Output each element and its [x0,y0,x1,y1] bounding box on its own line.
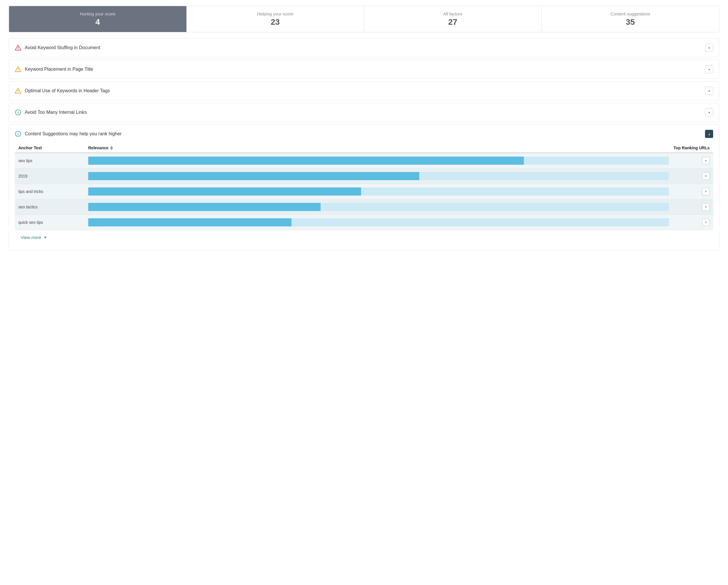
row-expand: ▾ [669,157,710,164]
factor-keyword-stuffing-label: Avoid Keyword Stuffing in Document [25,45,100,50]
suggestions-header-label: Content Suggestions may help you rank hi… [25,131,122,136]
col-relevance-header: Relevance [88,145,669,150]
row-expand-btn[interactable]: ▾ [702,219,710,226]
row-bar [88,172,419,180]
suggestions-table-container: Anchor Text Relevance Top Ranking URLs s… [9,143,719,250]
factor-internal-links-label: Avoid Too Many Internal Links [25,110,87,115]
factor-keyword-page-title-label: Keyword Placement in Page Title [25,67,93,72]
row-bar [88,157,524,165]
factor-internal-links-expand[interactable]: ▾ [705,108,713,116]
table-row: seo tactics ▾ [15,200,713,215]
suggestions-header-left: Content Suggestions may help you rank hi… [15,131,122,137]
tab-content-label: Content suggestions [547,11,713,16]
info-blue-icon [15,109,21,115]
row-anchor: seo tips [18,158,88,163]
view-more-label: View more [21,235,41,240]
row-anchor: seo tactics [18,205,88,209]
factor-keyword-stuffing-expand[interactable]: ▾ [705,44,713,52]
view-more-arrow-icon: ▼ [44,236,47,240]
row-bar-container [88,172,669,180]
row-bar-container [88,187,669,195]
suggestions-header[interactable]: Content Suggestions may help you rank hi… [9,125,719,143]
row-anchor: tips and tricks [18,189,88,194]
row-expand: ▾ [669,203,710,211]
view-more-button[interactable]: View more ▼ [15,230,713,244]
factor-left: Avoid Too Many Internal Links [15,109,87,115]
svg-point-5 [18,92,18,92]
col-urls-header: Top Ranking URLs [669,145,710,150]
tab-hurting-count: 4 [15,18,181,27]
row-bar-container [88,157,669,165]
row-bar-container [88,203,669,211]
svg-point-8 [18,111,18,111]
tabs-container: Hurting your score 4 Helping your score … [9,6,719,32]
tab-helping-count: 23 [192,18,358,27]
tab-hurting[interactable]: Hurting your score 4 [9,6,187,32]
tab-content-count: 35 [547,18,713,27]
factor-keyword-page-title-expand[interactable]: ▾ [705,65,713,73]
row-expand: ▾ [669,219,710,226]
factor-left: Avoid Keyword Stuffing in Document [15,45,100,51]
row-anchor: quick seo tips [18,220,88,225]
table-row: quick seo tips ▾ [15,215,713,230]
col-anchor-header: Anchor Text [18,145,88,150]
factor-keyword-stuffing[interactable]: Avoid Keyword Stuffing in Document ▾ [9,38,719,57]
row-bar-container [88,218,669,227]
tab-hurting-label: Hurting your score [15,11,181,16]
warning-orange-icon-2 [15,88,21,94]
table-row: seo tips ▾ [15,153,713,168]
svg-point-1 [18,49,18,50]
tab-content[interactable]: Content suggestions 35 [542,6,719,32]
suggestions-collapse-btn[interactable]: ▴ [705,130,713,138]
row-expand-btn[interactable]: ▾ [702,172,710,180]
svg-point-3 [18,71,18,71]
factor-left: Keyword Placement in Page Title [15,66,93,73]
factor-keywords-header-expand[interactable]: ▾ [705,87,713,95]
row-anchor: 2019 [18,174,88,179]
row-bar [88,218,291,227]
factor-keywords-header[interactable]: Optimal Use of Keywords in Header Tags ▾ [9,81,719,100]
relevance-sort-icon[interactable] [110,146,113,150]
warning-red-icon [15,45,21,51]
row-expand-btn[interactable]: ▾ [702,188,710,195]
factor-internal-links[interactable]: Avoid Too Many Internal Links ▾ [9,103,719,122]
tab-helping[interactable]: Helping your score 23 [187,6,364,32]
tab-all[interactable]: All factors 27 [364,6,542,32]
row-expand: ▾ [669,172,710,180]
row-expand-btn[interactable]: ▾ [702,203,710,211]
factor-left: Optimal Use of Keywords in Header Tags [15,88,110,94]
tab-helping-label: Helping your score [192,11,358,16]
tab-all-label: All factors [370,11,536,16]
row-bar [88,203,321,211]
row-bar [88,187,361,195]
table-row: 2019 ▾ [15,168,713,184]
row-expand-btn[interactable]: ▾ [702,157,710,164]
tab-all-count: 27 [370,18,536,27]
factor-keywords-header-label: Optimal Use of Keywords in Header Tags [25,88,110,94]
warning-orange-icon [15,66,21,73]
info-blue-icon-suggestions [15,131,21,137]
table-row: tips and tricks ▾ [15,184,713,200]
table-header: Anchor Text Relevance Top Ranking URLs [15,143,713,153]
factor-keyword-page-title[interactable]: Keyword Placement in Page Title ▾ [9,60,719,79]
suggestions-panel: Content Suggestions may help you rank hi… [9,124,719,250]
row-expand: ▾ [669,188,710,195]
svg-point-11 [18,132,18,133]
